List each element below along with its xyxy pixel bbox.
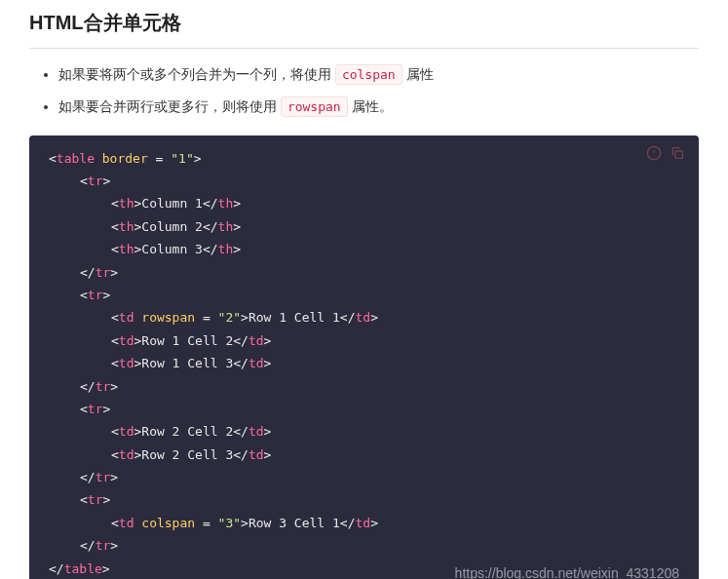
bullet-text-post: 属性。	[348, 98, 393, 114]
bullet-text-post: 属性	[402, 66, 434, 82]
code-line: </tr>	[49, 534, 679, 557]
warning-icon[interactable]	[646, 145, 662, 161]
bullet-text-pre: 如果要合并两行或更多行，则将使用	[58, 98, 281, 114]
bullet-text-pre: 如果要将两个或多个列合并为一个列，将使用	[58, 66, 335, 82]
code-line: <th>Column 2</th>	[49, 215, 679, 238]
code-line: <table border = "1">	[49, 147, 679, 170]
code-line: </tr>	[49, 375, 679, 398]
divider	[29, 48, 699, 49]
inline-code: colspan	[335, 64, 402, 85]
copy-icon[interactable]	[670, 145, 685, 161]
code-line: <tr>	[49, 488, 679, 511]
inline-code: rowspan	[281, 96, 348, 117]
list-item: 如果要将两个或多个列合并为一个列，将使用 colspan 属性	[58, 63, 699, 86]
svg-rect-1	[675, 151, 682, 158]
code-line: <th>Column 1</th>	[49, 192, 679, 214]
code-line: <td>Row 1 Cell 2</td>	[49, 329, 679, 352]
code-toolbar	[646, 145, 685, 161]
code-line: <td>Row 2 Cell 3</td>	[49, 444, 679, 466]
code-line: <th>Column 3</th>	[49, 238, 679, 260]
code-line: </tr>	[49, 261, 679, 284]
watermark: https://blog.csdn.net/weixin_4331208	[455, 561, 679, 579]
code-line: </tr>	[49, 466, 679, 488]
code-line: <tr>	[49, 284, 679, 306]
list-item: 如果要合并两行或更多行，则将使用 rowspan 属性。	[58, 96, 699, 118]
code-line: <tr>	[49, 398, 679, 420]
code-block: <table border = "1"> <tr> <th>Column 1</…	[29, 135, 699, 579]
bullet-list: 如果要将两个或多个列合并为一个列，将使用 colspan 属性 如果要合并两行或…	[29, 63, 699, 118]
code-line: <td colspan = "3">Row 3 Cell 1</td>	[49, 512, 679, 534]
code-line: <td rowspan = "2">Row 1 Cell 1</td>	[49, 306, 679, 328]
section-heading: HTML合并单元格	[29, 10, 699, 36]
code-line: <td>Row 1 Cell 3</td>	[49, 352, 679, 374]
code-line: <td>Row 2 Cell 2</td>	[49, 420, 679, 443]
code-line: <tr>	[49, 170, 679, 192]
